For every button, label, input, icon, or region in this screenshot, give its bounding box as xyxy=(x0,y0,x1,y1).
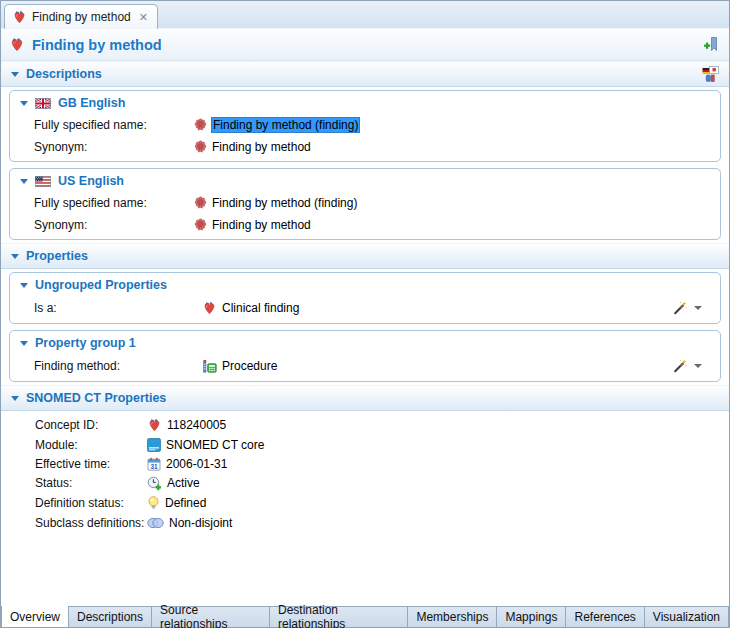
snomed-properties-list: Concept ID: 118240005 Module: xyxy=(1,411,729,534)
description-label: Synonym: xyxy=(34,140,194,154)
description-value[interactable]: Finding by method (finding) xyxy=(212,196,357,210)
snomed-row-status: Status: Active xyxy=(1,473,729,493)
collapse-arrow-icon[interactable] xyxy=(20,101,28,106)
tab-memberships[interactable]: Memberships xyxy=(408,607,497,627)
section-header-descriptions[interactable]: Descriptions xyxy=(1,61,729,87)
tab-mappings[interactable]: Mappings xyxy=(497,607,566,627)
description-row: Fully specified name: Finding by method … xyxy=(10,192,720,214)
property-value[interactable]: Procedure xyxy=(222,359,277,373)
collapse-arrow-icon[interactable] xyxy=(20,341,28,346)
property-label: Finding method: xyxy=(34,359,202,373)
section-title-descriptions: Descriptions xyxy=(26,67,102,81)
snomed-row-concept-id: Concept ID: 118240005 xyxy=(1,415,729,435)
snomed-label: Module: xyxy=(35,438,147,452)
language-panel-gb-english: GB English Fully specified name: Finding… xyxy=(9,90,721,162)
tab-overview[interactable]: Overview xyxy=(1,606,69,627)
content-spacer xyxy=(1,534,729,606)
collapse-arrow-icon[interactable] xyxy=(11,72,19,77)
section-title-snomed: SNOMED CT Properties xyxy=(26,391,166,405)
description-row: Synonym: Finding by method xyxy=(10,214,720,236)
tab-references[interactable]: References xyxy=(566,607,644,627)
procedure-icon xyxy=(202,359,217,374)
snomed-row-subclass-definitions: Subclass definitions: Non-disjoint xyxy=(1,513,729,532)
clinical-finding-icon xyxy=(12,10,27,25)
chevron-down-icon[interactable] xyxy=(694,306,702,310)
description-value-selected[interactable]: Finding by method (finding) xyxy=(212,118,359,132)
snomed-value: Non-disjoint xyxy=(169,516,232,530)
property-group-header[interactable]: Ungrouped Properties xyxy=(10,273,720,296)
property-group-title: Ungrouped Properties xyxy=(35,278,167,292)
concept-header: Finding by method xyxy=(1,28,729,61)
venn-icon xyxy=(147,517,164,529)
section-header-properties[interactable]: Properties xyxy=(1,243,729,269)
tab-source-relationships[interactable]: Source relationships xyxy=(152,607,270,627)
collapse-arrow-icon[interactable] xyxy=(20,283,28,288)
snomed-label: Status: xyxy=(35,476,147,490)
collapse-arrow-icon[interactable] xyxy=(11,254,19,259)
concept-editor-window: Finding by method ✕ Finding by method De… xyxy=(0,0,730,628)
snomed-row-module: Module: SNOMED CT core xyxy=(1,435,729,454)
wand-icon[interactable] xyxy=(672,358,688,374)
description-row: Synonym: Finding by method xyxy=(10,136,720,158)
property-row-is-a: Is a: Clinical finding xyxy=(10,296,720,320)
description-label: Fully specified name: xyxy=(34,196,194,210)
clinical-finding-icon xyxy=(147,418,162,433)
tab-destination-relationships[interactable]: Destination relationships xyxy=(270,607,408,627)
language-panel-header-gb[interactable]: GB English xyxy=(10,91,720,114)
description-term-icon xyxy=(194,196,207,210)
snomed-value: 118240005 xyxy=(167,418,226,432)
edit-property-control[interactable] xyxy=(672,300,712,316)
editor-tab-bar: Finding by method ✕ xyxy=(1,1,729,28)
property-row-finding-method: Finding method: xyxy=(10,354,720,378)
language-panel-title: GB English xyxy=(58,96,125,110)
tab-visualization[interactable]: Visualization xyxy=(645,607,729,627)
editor-tab-finding-by-method[interactable]: Finding by method ✕ xyxy=(4,4,158,29)
property-group-header[interactable]: Property group 1 xyxy=(10,331,720,354)
editor-page-tab-bar: Overview Descriptions Source relationshi… xyxy=(1,606,729,627)
us-flag-icon xyxy=(35,176,51,187)
calendar-icon: 31 xyxy=(147,457,161,471)
collapse-arrow-icon[interactable] xyxy=(11,396,19,401)
property-value[interactable]: Clinical finding xyxy=(222,301,299,315)
svg-text:31: 31 xyxy=(150,462,158,469)
close-icon[interactable]: ✕ xyxy=(139,11,148,24)
clinical-finding-icon xyxy=(9,37,25,53)
bookmark-add-icon[interactable] xyxy=(702,36,719,53)
description-term-icon xyxy=(194,140,207,154)
collapse-arrow-icon[interactable] xyxy=(20,179,28,184)
property-group-panel-1: Property group 1 Finding method: xyxy=(9,330,721,382)
page-title: Finding by method xyxy=(32,37,162,53)
snomed-label: Subclass definitions: xyxy=(35,516,147,530)
tab-descriptions[interactable]: Descriptions xyxy=(69,607,152,627)
chevron-down-icon[interactable] xyxy=(694,364,702,368)
status-active-icon xyxy=(147,476,162,491)
snomed-label: Concept ID: xyxy=(35,418,147,432)
snomed-row-effective-time: Effective time: 31 2006-01-31 xyxy=(1,454,729,473)
snomed-row-definition-status: Definition status: Defined xyxy=(1,493,729,513)
gb-flag-icon xyxy=(35,98,51,109)
language-panel-header-us[interactable]: US English xyxy=(10,169,720,192)
module-icon xyxy=(147,438,161,452)
lightbulb-icon xyxy=(147,496,160,511)
add-description-icon[interactable] xyxy=(702,66,719,83)
section-header-snomed-ct-properties[interactable]: SNOMED CT Properties xyxy=(1,385,729,411)
description-term-icon xyxy=(194,218,207,232)
clinical-finding-icon xyxy=(202,301,217,316)
description-value[interactable]: Finding by method xyxy=(212,140,311,154)
description-label: Synonym: xyxy=(34,218,194,232)
edit-property-control[interactable] xyxy=(672,358,712,374)
property-label: Is a: xyxy=(34,301,202,315)
description-row: Fully specified name: Finding by method … xyxy=(10,114,720,136)
section-title-properties: Properties xyxy=(26,249,88,263)
snomed-value: Active xyxy=(167,476,200,490)
wand-icon[interactable] xyxy=(672,300,688,316)
description-value[interactable]: Finding by method xyxy=(212,218,311,232)
snomed-value: SNOMED CT core xyxy=(166,438,264,452)
snomed-value: 2006-01-31 xyxy=(166,457,227,471)
overview-content: Descriptions xyxy=(1,61,729,606)
editor-tab-title: Finding by method xyxy=(32,10,131,24)
snomed-label: Definition status: xyxy=(35,496,147,510)
language-panel-us-english: US English Fully specified name: Finding… xyxy=(9,168,721,240)
property-group-panel-ungrouped: Ungrouped Properties Is a: Clinical find… xyxy=(9,272,721,324)
snomed-label: Effective time: xyxy=(35,457,147,471)
